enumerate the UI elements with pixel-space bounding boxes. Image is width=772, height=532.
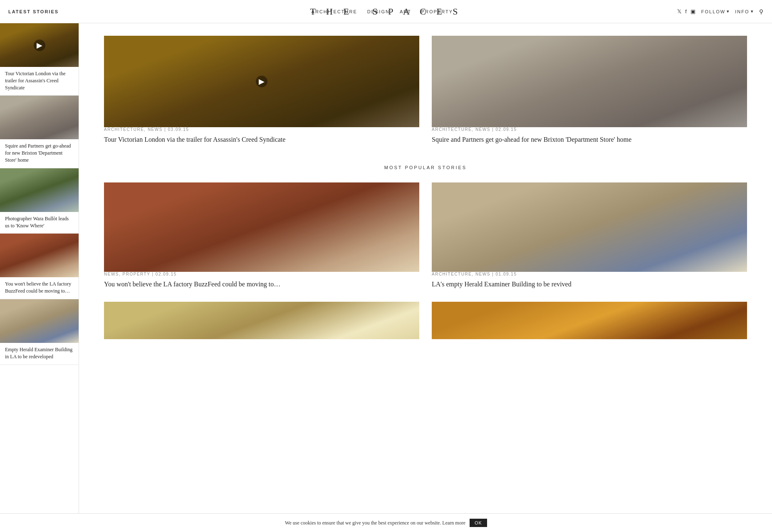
sidebar-item-title: Empty Herald Examiner Building in LA to …: [0, 343, 79, 365]
most-popular-heading: Most Popular Stories: [104, 165, 747, 170]
latest-articles-grid: ▶ Architecture, News | 03.09.15 Tour Vic…: [104, 36, 747, 144]
sidebar-thumb-img: [0, 96, 79, 139]
sidebar-thumb-img: [0, 234, 79, 277]
cookie-banner: We use cookies to ensure that we give yo…: [0, 513, 772, 532]
article-title: Tour Victorian London via the trailer fo…: [104, 135, 419, 144]
article-thumb-wrapper: ▶: [104, 36, 419, 127]
article-card[interactable]: Architecture, News | 01.09.15 LA's empty…: [432, 182, 747, 289]
popular-articles-grid: News, Property | 02.09.15 You won't beli…: [104, 182, 747, 289]
article-thumb-img: [432, 36, 747, 127]
article-card[interactable]: Architecture, News | 02.09.15 Squire and…: [432, 36, 747, 144]
sidebar-item[interactable]: ▶ Tour Victorian London via the trailer …: [0, 23, 79, 96]
sidebar-item[interactable]: Empty Herald Examiner Building in LA to …: [0, 299, 79, 365]
article-title: LA's empty Herald Examiner Building to b…: [432, 280, 747, 289]
sidebar-item[interactable]: Squire and Partners get go-ahead for new…: [0, 96, 79, 168]
social-icons: 𝕏 f ▣: [677, 8, 696, 15]
site-logo[interactable]: T H E S P A C E S: [310, 6, 462, 17]
sidebar-item[interactable]: Photographer Wara Bullòt leads us to 'Kn…: [0, 168, 79, 234]
instagram-icon[interactable]: ▣: [690, 8, 696, 15]
bottom-articles-grid: [104, 302, 747, 339]
sidebar-item-title: You won't believe the LA factory BuzzFee…: [0, 277, 79, 299]
sidebar-thumb-img: [0, 299, 79, 343]
info-chevron: ▾: [751, 9, 754, 14]
twitter-icon[interactable]: 𝕏: [677, 8, 682, 15]
article-title: Squire and Partners get go-ahead for new…: [432, 135, 747, 144]
sidebar-thumb-wrapper: [0, 168, 79, 212]
info-button[interactable]: Info ▾: [735, 9, 754, 14]
page-layout: ▶ Tour Victorian London via the trailer …: [0, 23, 772, 532]
article-thumb-wrapper: [432, 36, 747, 127]
main-content: ▶ Architecture, News | 03.09.15 Tour Vic…: [79, 23, 772, 532]
latest-stories-label: Latest Stories: [8, 9, 87, 14]
article-meta: Architecture, News | 01.09.15: [432, 272, 747, 276]
sidebar: ▶ Tour Victorian London via the trailer …: [0, 23, 79, 532]
play-icon: ▶: [34, 39, 45, 51]
article-card[interactable]: News, Property | 02.09.15 You won't beli…: [104, 182, 419, 289]
sidebar-thumb-img: [0, 168, 79, 212]
sidebar-item-title: Tour Victorian London via the trailer fo…: [0, 67, 79, 95]
article-card[interactable]: [432, 302, 747, 339]
article-meta: News, Property | 02.09.15: [104, 272, 419, 276]
cookie-ok-button[interactable]: OK: [470, 519, 487, 527]
article-card[interactable]: ▶ Architecture, News | 03.09.15 Tour Vic…: [104, 36, 419, 144]
facebook-icon[interactable]: f: [685, 8, 687, 15]
sidebar-thumb-wrapper: [0, 96, 79, 139]
sidebar-item-title: Photographer Wara Bullòt leads us to 'Kn…: [0, 212, 79, 234]
sidebar-item[interactable]: You won't believe the LA factory BuzzFee…: [0, 234, 79, 299]
article-thumb-img: [432, 182, 747, 272]
article-thumb-img: [104, 182, 419, 272]
article-thumb-img: [432, 302, 747, 339]
sidebar-thumb-wrapper: [0, 299, 79, 343]
header: Latest Stories T H E S P A C E S Archite…: [0, 0, 772, 23]
header-right: 𝕏 f ▣ Follow ▾ Info ▾ ⚲: [677, 8, 764, 15]
sidebar-thumb-wrapper: ▶: [0, 23, 79, 67]
article-card[interactable]: [104, 302, 419, 339]
cookie-message: We use cookies to ensure that we give yo…: [285, 520, 465, 526]
follow-button[interactable]: Follow ▾: [701, 9, 730, 14]
play-icon: ▶: [256, 76, 267, 87]
article-meta: Architecture, News | 03.09.15: [104, 127, 419, 132]
sidebar-item-title: Squire and Partners get go-ahead for new…: [0, 139, 79, 167]
article-thumb-img: [104, 302, 419, 339]
search-icon[interactable]: ⚲: [759, 8, 764, 15]
follow-chevron: ▾: [727, 9, 730, 14]
article-meta: Architecture, News | 02.09.15: [432, 127, 747, 132]
article-title: You won't believe the LA factory BuzzFee…: [104, 280, 419, 289]
sidebar-thumb-wrapper: [0, 234, 79, 277]
